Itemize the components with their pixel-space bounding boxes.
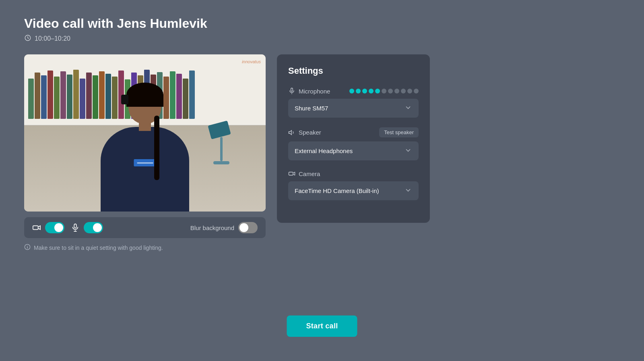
microphone-setting-icon (288, 87, 295, 95)
speaker-setting: Speaker Test speaker External Headphones (288, 127, 419, 160)
level-dot-4 (369, 89, 374, 93)
person-torso (101, 127, 189, 212)
book (112, 77, 118, 119)
watermark: innovatus (242, 59, 261, 64)
book (170, 71, 175, 119)
level-dot-8 (394, 89, 399, 93)
speaker-label-row: Speaker Test speaker (288, 127, 419, 137)
camera-icon (32, 223, 41, 232)
name-badge (134, 159, 156, 166)
book (93, 75, 98, 119)
microphone-label-text: Microphone (299, 88, 330, 95)
camera-label: Camera (288, 170, 320, 177)
book (28, 79, 34, 119)
book (73, 70, 79, 119)
speaker-label: Speaker (288, 129, 321, 136)
time-label: 10:00–10:20 (35, 35, 70, 42)
book (189, 71, 195, 119)
book (176, 74, 182, 119)
person-braid (154, 116, 159, 180)
video-feed: innovatus (24, 54, 266, 212)
video-section: innovatus (24, 54, 266, 251)
camera-selected: FaceTime HD Camera (Built-in) (295, 187, 379, 194)
book (60, 71, 66, 119)
mic-levels (349, 89, 419, 93)
level-dot-3 (362, 89, 367, 93)
speaker-label-text: Speaker (299, 129, 321, 136)
level-dot-2 (356, 89, 361, 93)
blur-toggle-knob (239, 223, 248, 232)
book (54, 77, 60, 119)
desk-lamp (209, 123, 233, 171)
start-call-container: Start call (287, 315, 357, 337)
camera-control-group (32, 222, 64, 233)
microphone-label: Microphone (288, 87, 330, 95)
book (105, 74, 111, 119)
level-dot-11 (414, 89, 419, 93)
book (99, 71, 105, 119)
badge-text (137, 162, 153, 164)
speaker-selected: External Headphones (295, 147, 353, 154)
book (35, 73, 40, 119)
book (47, 71, 53, 119)
mic-toggle[interactable] (84, 222, 103, 233)
svg-rect-2 (74, 224, 76, 228)
svg-rect-11 (289, 172, 293, 175)
level-dot-7 (388, 89, 393, 93)
level-dot-5 (375, 89, 380, 93)
camera-dropdown[interactable]: FaceTime HD Camera (Built-in) (288, 181, 419, 200)
start-call-button[interactable]: Start call (287, 315, 357, 337)
svg-rect-8 (291, 88, 293, 91)
settings-panel: Settings Microphone (277, 54, 430, 223)
speaker-setting-icon (288, 129, 295, 136)
level-dot-9 (401, 89, 406, 93)
svg-rect-1 (33, 226, 38, 229)
lamp-arm (220, 137, 223, 161)
person-head (128, 87, 161, 124)
video-controls-bar: Blur background (24, 217, 266, 238)
book (183, 79, 188, 119)
microphone-label-row: Microphone (288, 87, 419, 95)
blur-background-group: Blur background (190, 222, 258, 233)
book (86, 73, 92, 119)
header: Video call with Jens Humlevik 10:00–10:2… (24, 16, 620, 43)
microphone-icon (71, 223, 80, 232)
person-hair (126, 83, 163, 107)
person-figure (101, 127, 189, 212)
settings-title: Settings (288, 66, 419, 76)
microphone-dropdown[interactable]: Shure SM57 (288, 99, 419, 118)
camera-toggle[interactable] (45, 222, 64, 233)
info-message: Make sure to sit in a quiet setting with… (34, 245, 163, 251)
camera-setting-icon (288, 170, 295, 177)
blur-background-label: Blur background (190, 224, 234, 231)
level-dot-6 (382, 89, 386, 93)
svg-marker-10 (289, 130, 292, 135)
book (80, 79, 85, 119)
level-dot-1 (349, 89, 354, 93)
microphone-selected: Shure SM57 (295, 105, 328, 112)
book (41, 75, 47, 119)
level-dot-10 (407, 89, 412, 93)
microphone-setting: Microphone (288, 87, 419, 118)
info-row: Make sure to sit in a quiet setting with… (24, 244, 266, 251)
clock-icon (24, 34, 31, 43)
camera-setting: Camera FaceTime HD Camera (Built-in) (288, 170, 419, 200)
info-icon (24, 244, 31, 251)
camera-label-text: Camera (299, 170, 320, 177)
book (67, 75, 72, 119)
mic-toggle-knob (93, 223, 102, 232)
camera-label-row: Camera (288, 170, 419, 177)
book (163, 77, 169, 119)
camera-toggle-knob (54, 223, 63, 232)
mic-control-group (71, 222, 103, 233)
speaker-dropdown[interactable]: External Headphones (288, 141, 419, 160)
test-speaker-button[interactable]: Test speaker (379, 127, 419, 137)
speaker-chevron-icon (404, 146, 412, 156)
lamp-base (213, 161, 229, 164)
page-title: Video call with Jens Humlevik (24, 16, 620, 31)
headset-left (121, 95, 128, 104)
page-container: Video call with Jens Humlevik 10:00–10:2… (0, 0, 644, 361)
time-row: 10:00–10:20 (24, 34, 620, 43)
blur-toggle[interactable] (238, 222, 258, 233)
main-content: innovatus (24, 54, 620, 251)
